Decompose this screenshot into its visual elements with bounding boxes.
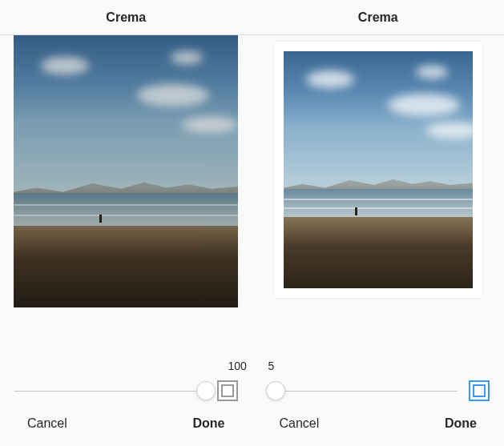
panel-header: Crema xyxy=(252,0,505,35)
intensity-slider[interactable] xyxy=(14,381,206,400)
filter-panel-left: Crema xyxy=(0,0,252,446)
filter-name-label: Crema xyxy=(358,10,398,25)
slider-thumb[interactable] xyxy=(266,381,285,400)
intensity-slider[interactable] xyxy=(267,381,458,400)
photo-preview[interactable] xyxy=(14,35,238,307)
frame-toggle-button[interactable] xyxy=(469,380,490,401)
cancel-button[interactable]: Cancel xyxy=(27,416,67,431)
frame-icon xyxy=(473,384,486,397)
slider-area: 100 xyxy=(0,337,252,401)
slider-value-label: 100 xyxy=(228,360,238,374)
panel-footer: Cancel Done xyxy=(0,401,252,446)
frame-toggle-button[interactable] xyxy=(217,380,238,401)
frame-icon xyxy=(221,384,234,397)
done-button[interactable]: Done xyxy=(445,416,477,431)
slider-value-label: 5 xyxy=(268,360,490,374)
filter-panel-right: Crema xyxy=(252,0,505,446)
filter-name-label: Crema xyxy=(106,10,146,25)
slider-thumb[interactable] xyxy=(196,381,216,400)
photo-preview-area xyxy=(0,35,252,337)
slider-row xyxy=(267,380,490,401)
photo-preview-area xyxy=(252,35,505,337)
panel-footer: Cancel Done xyxy=(252,401,505,446)
panel-header: Crema xyxy=(0,0,252,35)
filter-editor-comparison: Crema xyxy=(0,0,504,446)
done-button[interactable]: Done xyxy=(193,416,225,431)
slider-area: 5 xyxy=(252,337,505,401)
photo-preview-bordered[interactable] xyxy=(274,42,482,298)
cancel-button[interactable]: Cancel xyxy=(280,416,320,431)
slider-row xyxy=(14,380,238,401)
